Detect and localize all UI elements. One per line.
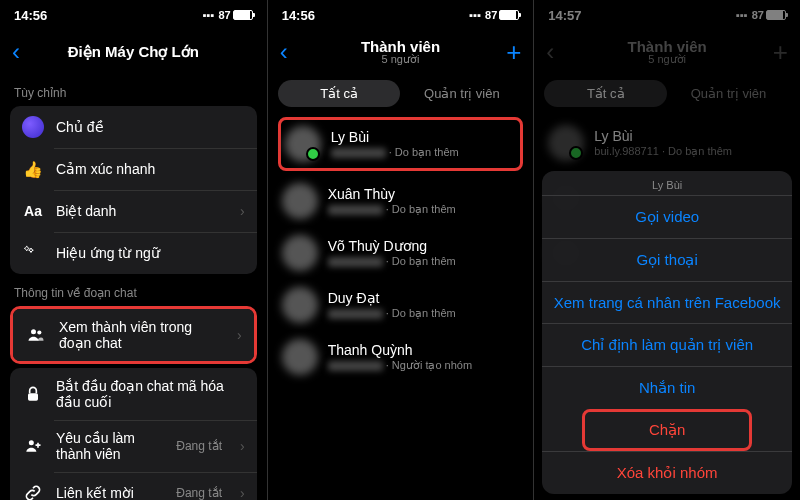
member-name: Ly Bùi — [331, 129, 517, 145]
member-name: Xuân Thùy — [328, 186, 520, 202]
view-profile-button[interactable]: Xem trang cá nhân trên Facebook — [542, 281, 792, 323]
status-time: 14:56 — [282, 8, 315, 23]
avatar — [282, 287, 318, 323]
nicknames-label: Biệt danh — [56, 203, 222, 219]
page-title: Điện Máy Chợ Lớn — [68, 43, 199, 61]
tab-all: Tất cả — [544, 80, 667, 107]
back-button: ‹ — [546, 38, 554, 66]
member-row[interactable]: Võ Thuỳ Dương · Do bạn thêm — [268, 227, 534, 279]
svg-point-1 — [37, 330, 41, 334]
signal-icon: ▪▪▪ — [203, 9, 215, 21]
chevron-right-icon: › — [240, 438, 245, 454]
svg-rect-2 — [28, 393, 38, 401]
remove-from-group-button[interactable]: Xóa khỏi nhóm — [542, 451, 792, 494]
status-time: 14:57 — [548, 8, 581, 23]
theme-row[interactable]: Chủ đề — [10, 106, 257, 148]
add-member-button[interactable]: + — [506, 37, 521, 68]
member-name: Duy Đạt — [328, 290, 520, 306]
highlight-member-lybui: Ly Bùi · Do bạn thêm — [278, 117, 524, 171]
status-bar: 14:56 ▪▪▪ 87 — [268, 0, 534, 30]
status-right: ▪▪▪ 87 — [736, 9, 786, 21]
battery-indicator: 87 — [752, 9, 786, 21]
member-meta: bui.ly.988711 · Do bạn thêm — [594, 145, 786, 158]
member-name: Ly Bùi — [594, 128, 786, 144]
lock-icon — [22, 383, 44, 405]
tab-admins[interactable]: Quản trị viên — [400, 80, 523, 107]
status-bar: 14:57 ▪▪▪ 87 — [534, 0, 800, 30]
status-right: ▪▪▪ 87 — [469, 9, 519, 21]
theme-icon — [22, 116, 44, 138]
thumbs-up-icon: 👍 — [22, 158, 44, 180]
member-requests-label: Yêu cầu làm thành viên — [56, 430, 164, 462]
add-member-button: + — [773, 37, 788, 68]
section-customize: Tùy chỉnh — [0, 74, 267, 106]
theme-label: Chủ đề — [56, 119, 245, 135]
panel-members-list: 14:56 ▪▪▪ 87 ‹ Thành viên 5 người + Tất … — [267, 0, 534, 500]
avatar — [282, 339, 318, 375]
header: ‹ Thành viên 5 người + — [534, 30, 800, 74]
member-meta: · Do bạn thêm — [328, 255, 520, 268]
video-call-button[interactable]: Gọi video — [542, 195, 792, 238]
svg-point-3 — [29, 440, 34, 445]
sheet-title: Ly Bùi — [542, 171, 792, 195]
chevron-right-icon: › — [240, 485, 245, 500]
battery-indicator: 87 — [218, 9, 252, 21]
link-icon — [22, 482, 44, 500]
member-meta: · Người tạo nhóm — [328, 359, 520, 372]
signal-icon: ▪▪▪ — [736, 9, 748, 21]
status-bar: 14:56 ▪▪▪ 87 — [0, 0, 267, 30]
view-members-row[interactable]: Xem thành viên trong đoạn chat › — [13, 309, 254, 361]
member-meta: · Do bạn thêm — [328, 307, 520, 320]
word-effects-row[interactable]: Hiệu ứng từ ngữ — [10, 232, 257, 274]
invite-link-row[interactable]: Liên kết mời Đang tắt › — [10, 472, 257, 500]
e2ee-row[interactable]: Bắt đầu đoạn chat mã hóa đầu cuối — [10, 368, 257, 420]
member-requests-row[interactable]: Yêu cầu làm thành viên Đang tắt › — [10, 420, 257, 472]
svg-point-0 — [31, 329, 36, 334]
member-row: Ly Bùi bui.ly.988711 · Do bạn thêm — [534, 117, 800, 169]
off-trail: Đang tắt — [176, 439, 222, 453]
tab-all[interactable]: Tất cả — [278, 80, 401, 107]
e2ee-label: Bắt đầu đoạn chat mã hóa đầu cuối — [56, 378, 245, 410]
back-button[interactable]: ‹ — [280, 38, 288, 66]
status-time: 14:56 — [14, 8, 47, 23]
view-members-label: Xem thành viên trong đoạn chat — [59, 319, 219, 351]
member-meta: · Do bạn thêm — [328, 203, 520, 216]
signal-icon: ▪▪▪ — [469, 9, 481, 21]
avatar — [282, 235, 318, 271]
person-add-icon — [22, 435, 44, 457]
quick-emoji-label: Cảm xúc nhanh — [56, 161, 245, 177]
battery-indicator: 87 — [485, 9, 519, 21]
member-row[interactable]: Thanh Quỳnh · Người tạo nhóm — [268, 331, 534, 383]
make-admin-button[interactable]: Chỉ định làm quản trị viên — [542, 323, 792, 366]
sparkle-icon — [22, 242, 44, 264]
highlight-block: Chặn — [582, 409, 752, 451]
aa-icon: Aa — [22, 200, 44, 222]
audio-call-button[interactable]: Gọi thoại — [542, 238, 792, 281]
status-right: ▪▪▪ 87 — [203, 9, 253, 21]
member-row[interactable]: Duy Đạt · Do bạn thêm — [268, 279, 534, 331]
member-name: Thanh Quỳnh — [328, 342, 520, 358]
action-sheet: Ly Bùi Gọi video Gọi thoại Xem trang cá … — [542, 171, 792, 494]
panel-chat-settings: 14:56 ▪▪▪ 87 ‹ Điện Máy Chợ Lớn Tùy chỉn… — [0, 0, 267, 500]
word-effects-label: Hiệu ứng từ ngữ — [56, 245, 245, 261]
member-row[interactable]: Ly Bùi · Do bạn thêm — [281, 120, 521, 168]
avatar — [548, 125, 584, 161]
chatinfo-list: Bắt đầu đoạn chat mã hóa đầu cuối Yêu cầ… — [10, 368, 257, 500]
message-button[interactable]: Nhắn tin — [542, 366, 792, 409]
header: ‹ Thành viên 5 người + — [268, 30, 534, 74]
quick-emoji-row[interactable]: 👍 Cảm xúc nhanh — [10, 148, 257, 190]
member-tabs: Tất cả Quản trị viên — [544, 80, 790, 107]
members-icon — [25, 324, 47, 346]
section-chatinfo: Thông tin về đoạn chat — [0, 274, 267, 306]
member-meta: · Do bạn thêm — [331, 146, 517, 159]
avatar — [282, 183, 318, 219]
off-trail: Đang tắt — [176, 486, 222, 500]
chevron-right-icon: › — [240, 203, 245, 219]
back-button[interactable]: ‹ — [12, 38, 20, 66]
nicknames-row[interactable]: Aa Biệt danh › — [10, 190, 257, 232]
avatar — [285, 126, 321, 162]
member-row[interactable]: Xuân Thùy · Do bạn thêm — [268, 175, 534, 227]
block-button[interactable]: Chặn — [585, 412, 749, 448]
chevron-right-icon: › — [237, 327, 242, 343]
tab-admins: Quản trị viên — [667, 80, 790, 107]
